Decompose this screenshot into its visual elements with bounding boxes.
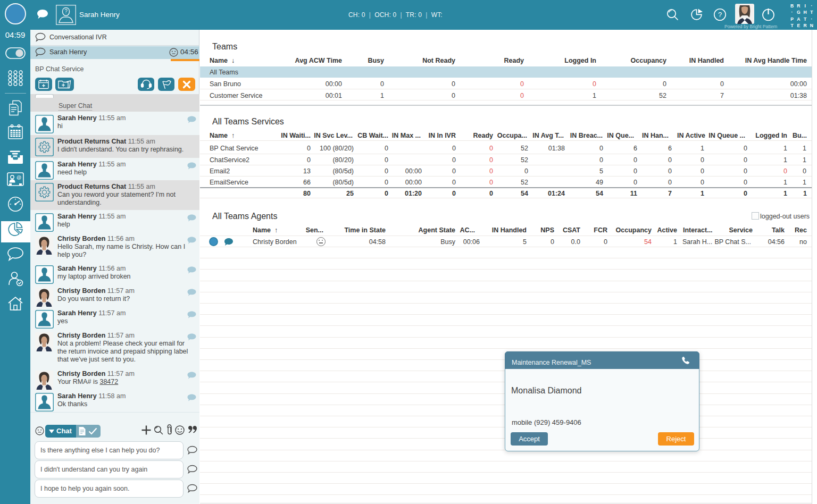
svg-text:?: ? bbox=[64, 9, 68, 14]
svg-text:T: T bbox=[804, 16, 807, 22]
svg-text:A: A bbox=[797, 16, 800, 22]
svg-text:?: ? bbox=[718, 11, 722, 19]
svg-text:I: I bbox=[804, 3, 805, 9]
svg-text:B: B bbox=[790, 3, 794, 9]
svg-text:G: G bbox=[797, 10, 801, 15]
svg-text:@: @ bbox=[16, 175, 21, 180]
svg-text:R: R bbox=[803, 23, 807, 28]
svg-text:H: H bbox=[803, 10, 806, 15]
svg-text:·: · bbox=[811, 3, 812, 9]
svg-text:R: R bbox=[797, 3, 801, 9]
svg-text:T: T bbox=[790, 23, 794, 28]
svg-text:E: E bbox=[797, 23, 800, 28]
svg-text:·: · bbox=[811, 16, 812, 22]
svg-text:N: N bbox=[810, 23, 813, 28]
svg-text:P: P bbox=[790, 16, 794, 22]
svg-text:T: T bbox=[810, 10, 813, 15]
svg-text:·: · bbox=[791, 10, 793, 15]
